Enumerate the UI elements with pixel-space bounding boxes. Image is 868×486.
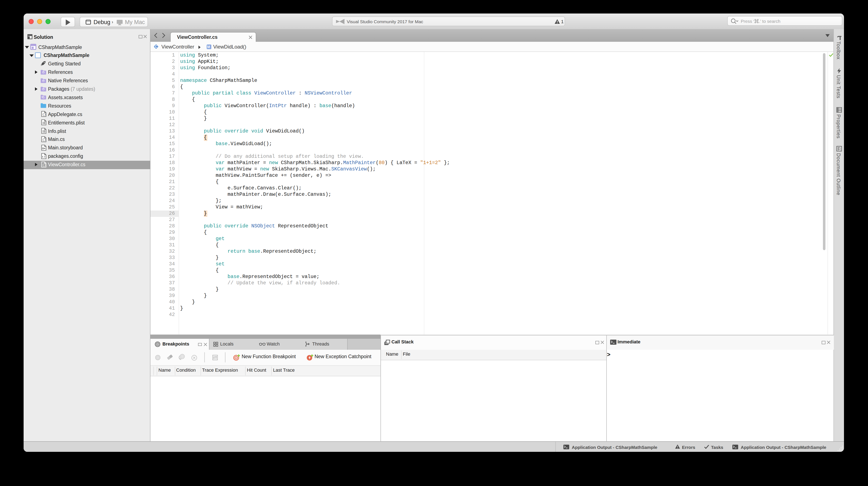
svg-text:{}: {} (42, 163, 46, 167)
svg-text:{}: {} (42, 138, 46, 142)
svg-text:M: M (207, 45, 210, 49)
svg-text:C: C (155, 45, 157, 49)
svg-text:{}: {} (42, 113, 46, 116)
